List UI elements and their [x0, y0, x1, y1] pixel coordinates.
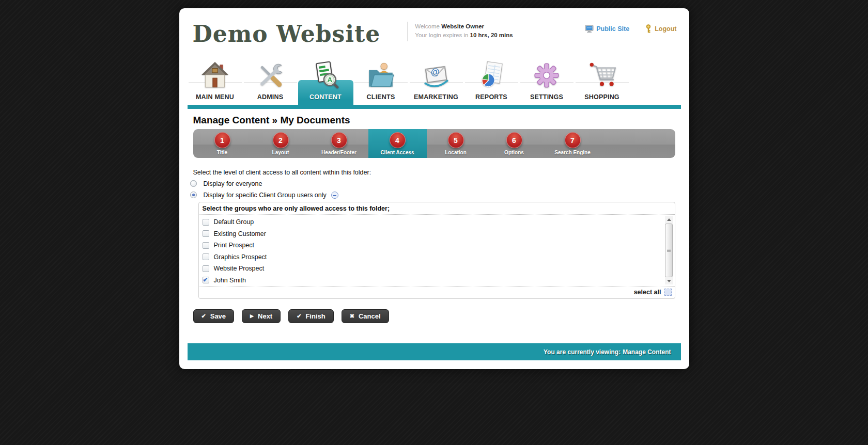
step-label: Location: [427, 150, 485, 155]
group-label[interactable]: Graphics Prospect: [214, 253, 267, 261]
public-site-link[interactable]: Public Site: [585, 25, 629, 33]
page-title: Manage Content » My Documents: [193, 109, 675, 127]
cancel-button[interactable]: ✖Cancel: [342, 309, 389, 323]
x-icon: ✖: [350, 313, 354, 319]
scrollbar-thumb[interactable]: [665, 224, 673, 277]
monitor-icon: [585, 25, 594, 33]
wizard-step-header-footer[interactable]: 3Header/Footer: [310, 129, 368, 158]
scrollbar-down-icon[interactable]: [665, 278, 673, 284]
site-logo: Demo Website: [193, 23, 381, 45]
tab-label: CLIENTS: [353, 93, 409, 101]
step-number-badge: 3: [331, 132, 347, 148]
group-checkbox[interactable]: [203, 230, 209, 237]
wizard-step-options[interactable]: 6Options: [485, 129, 544, 158]
step-number-badge: 5: [448, 132, 464, 148]
radio-button[interactable]: [190, 192, 197, 198]
tab-label: REPORTS: [464, 93, 519, 101]
header-divider: [407, 22, 408, 41]
save-button[interactable]: ✔Save: [193, 309, 235, 323]
tab-admins[interactable]: ADMINS: [243, 59, 298, 105]
group-checkbox[interactable]: [203, 219, 209, 226]
footer-bar: You are currently viewing: Manage Conten…: [188, 343, 681, 360]
app-window: Demo Website Welcome Website Owner Your …: [179, 8, 689, 369]
group-checkbox[interactable]: [203, 265, 209, 272]
tab-label: EMARKETING: [409, 93, 464, 101]
tab-clients[interactable]: CLIENTS: [353, 59, 409, 105]
finish-button[interactable]: ✔Finish: [288, 309, 334, 323]
expires-value: 10 hrs, 20 mins: [470, 32, 513, 38]
group-selection-box: Select the groups who are only allowed a…: [198, 202, 675, 299]
group-checkbox[interactable]: [203, 277, 209, 283]
welcome-line: Welcome Website Owner: [415, 22, 513, 31]
tab-content[interactable]: A CONTENT: [298, 59, 353, 105]
tab-shopping[interactable]: SHOPPING: [575, 59, 630, 105]
header-links: Public Site Logout: [585, 24, 676, 33]
step-label: Title: [193, 150, 252, 155]
group-row: Print Prospect: [199, 240, 675, 251]
tab-label: CONTENT: [298, 93, 353, 101]
tab-settings[interactable]: SETTINGS: [519, 59, 575, 105]
group-checkbox[interactable]: [203, 253, 209, 260]
access-prompt: Select the level of client access to all…: [193, 169, 675, 176]
step-label: Client Access: [368, 150, 427, 155]
minus-circle-icon[interactable]: [331, 192, 338, 199]
folder-user-icon: [366, 60, 396, 90]
group-checkbox[interactable]: [203, 242, 209, 249]
tab-label: ADMINS: [243, 93, 298, 101]
group-label[interactable]: John Smith: [214, 277, 246, 284]
radio-label[interactable]: Display for everyone: [204, 180, 262, 187]
scrollbar-grip-icon: [667, 249, 671, 252]
document-search-icon: A: [311, 60, 340, 90]
wizard-step-search-engine[interactable]: 7Search Engine: [544, 129, 602, 158]
pie-chart-icon: [476, 60, 506, 90]
step-number-badge: 1: [214, 132, 230, 148]
list-scrollbar: [665, 216, 673, 284]
arrow-right-icon: ▶: [250, 314, 254, 319]
group-label[interactable]: Website Prospect: [214, 265, 265, 272]
svg-text:A: A: [327, 76, 332, 84]
step-number-badge: 7: [565, 132, 581, 148]
wizard-step-layout[interactable]: 2Layout: [252, 129, 310, 158]
step-label: Options: [485, 150, 544, 155]
check-icon: ✔: [297, 313, 301, 319]
group-row: Default Group: [199, 216, 675, 228]
welcome-block: Welcome Website Owner Your login expires…: [415, 22, 513, 39]
tab-main-menu[interactable]: MAIN MENU: [188, 59, 243, 105]
select-all-checkbox[interactable]: [664, 289, 672, 296]
login-expires-line: Your login expires in 10 hrs, 20 mins: [415, 31, 513, 40]
tab-label: MAIN MENU: [188, 93, 243, 101]
group-label[interactable]: Print Prospect: [214, 242, 255, 249]
scrollbar-up-icon[interactable]: [665, 216, 673, 223]
wizard-step-title[interactable]: 1Title: [193, 129, 252, 158]
step-number-badge: 2: [273, 132, 289, 148]
tab-label: SHOPPING: [575, 93, 630, 101]
radio-label[interactable]: Display for specific Client Group users …: [204, 192, 327, 199]
key-icon: [645, 24, 652, 33]
step-label: Header/Footer: [310, 150, 368, 155]
next-button[interactable]: ▶Next: [242, 309, 281, 323]
tab-label: SETTINGS: [519, 93, 575, 101]
select-all-label: select all: [634, 289, 661, 296]
group-list: Default GroupExisting CustomerPrint Pros…: [199, 214, 675, 287]
tab-reports[interactable]: REPORTS: [464, 59, 519, 105]
radio-button[interactable]: [190, 180, 197, 187]
gear-icon: [532, 60, 562, 90]
group-label[interactable]: Default Group: [214, 218, 254, 226]
group-row: Website Prospect: [199, 263, 675, 275]
wizard-step-client-access[interactable]: 4Client Access: [368, 129, 427, 158]
step-number-badge: 4: [390, 132, 406, 148]
tab-emarketing[interactable]: @ EMARKETING: [409, 59, 464, 105]
cart-icon: [587, 60, 617, 90]
button-label: Finish: [305, 312, 325, 320]
logout-link[interactable]: Logout: [645, 24, 676, 33]
group-row: Existing Customer: [199, 228, 675, 240]
step-number-badge: 6: [506, 132, 522, 148]
svg-text:@: @: [430, 66, 440, 77]
header: Demo Website Welcome Website Owner Your …: [179, 8, 689, 59]
group-label[interactable]: Existing Customer: [214, 230, 266, 237]
main-content: Manage Content » My Documents 1Title2Lay…: [188, 109, 681, 323]
button-label: Next: [258, 312, 272, 320]
viewing-label: You are currently viewing:: [544, 348, 621, 356]
button-label: Save: [210, 312, 226, 320]
wizard-step-location[interactable]: 5Location: [427, 129, 485, 158]
